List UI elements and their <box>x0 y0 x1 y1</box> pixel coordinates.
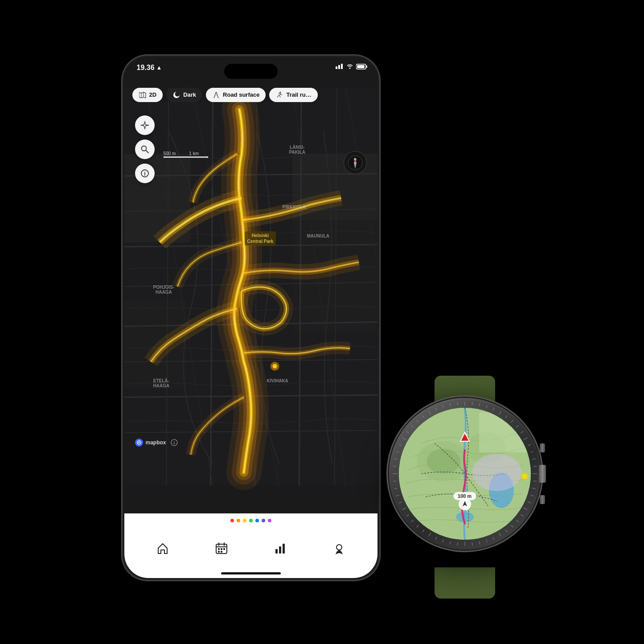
svg-line-104 <box>394 488 397 488</box>
svg-line-83 <box>516 520 518 522</box>
location-icon: ▲ <box>156 64 162 71</box>
watch-map-svg <box>399 408 531 540</box>
svg-line-97 <box>422 529 424 532</box>
svg-point-60 <box>336 545 342 550</box>
dot-red <box>230 519 234 522</box>
svg-rect-58 <box>279 546 281 554</box>
svg-line-111 <box>402 438 406 440</box>
filter-road-label: Road surface <box>223 91 259 98</box>
dot-yellow <box>243 519 246 522</box>
svg-line-72 <box>528 444 530 446</box>
map-label-etela: ETELÄ-HAAGA <box>153 378 170 388</box>
tab-calendar[interactable] <box>215 542 228 554</box>
info-button[interactable]: i <box>135 164 155 183</box>
svg-line-64 <box>486 405 487 408</box>
dot-green <box>249 519 253 522</box>
svg-point-35 <box>141 146 146 151</box>
svg-rect-5 <box>366 66 367 68</box>
dot-purple <box>268 519 271 522</box>
svg-line-71 <box>523 438 527 440</box>
svg-line-108 <box>394 459 397 459</box>
wifi-icon <box>346 64 353 69</box>
signal-icon <box>336 64 344 69</box>
svg-line-36 <box>146 151 148 153</box>
svg-rect-1 <box>338 65 340 69</box>
svg-line-62 <box>472 402 472 405</box>
svg-line-98 <box>416 525 418 527</box>
svg-line-100 <box>406 514 409 516</box>
svg-line-114 <box>416 420 418 422</box>
svg-line-69 <box>516 425 518 427</box>
bottom-bar <box>124 513 377 578</box>
svg-line-105 <box>393 481 396 481</box>
mapbox-logo: mapbox i <box>135 439 178 447</box>
filter-trail[interactable]: Trail ru… <box>269 88 317 102</box>
tab-location[interactable] <box>333 542 345 554</box>
svg-line-115 <box>422 415 424 418</box>
page-dots <box>124 513 377 524</box>
svg-line-93 <box>450 541 450 544</box>
svg-point-130 <box>472 454 521 491</box>
svg-rect-52 <box>218 548 220 550</box>
svg-line-92 <box>457 542 458 546</box>
svg-line-68 <box>511 420 513 422</box>
svg-marker-131 <box>463 501 467 506</box>
svg-point-45 <box>138 442 139 443</box>
svg-text:N: N <box>354 157 357 161</box>
filter-road[interactable]: Road surface <box>206 88 266 102</box>
svg-line-63 <box>479 403 480 406</box>
svg-line-79 <box>530 495 533 496</box>
battery-icon <box>356 64 368 70</box>
tab-home[interactable] <box>156 542 169 554</box>
watch-yellow-dot <box>522 474 527 479</box>
filter-2d[interactable]: 2D <box>132 88 163 102</box>
map-filters: 2D Dark <box>132 88 369 102</box>
compass[interactable]: N <box>344 151 367 174</box>
runner-icon <box>275 91 283 99</box>
watch-body: 100 m <box>389 398 541 550</box>
dot-blue <box>255 519 259 522</box>
scene: 19.36 ▲ <box>122 55 523 590</box>
svg-point-30 <box>272 364 277 368</box>
map-label-kivihaka: KIVIHAKA <box>267 378 288 383</box>
filter-dark[interactable]: Dark <box>166 88 202 102</box>
location-button[interactable] <box>135 115 155 135</box>
map-label-pohjois: POHJOIS-HAAGA <box>153 285 175 295</box>
svg-line-96 <box>429 532 431 536</box>
svg-line-103 <box>396 495 399 496</box>
svg-line-118 <box>442 405 443 408</box>
tab-bar <box>124 524 377 569</box>
svg-point-32 <box>175 91 180 96</box>
svg-rect-6 <box>357 65 365 68</box>
svg-line-77 <box>533 481 537 481</box>
road-icon <box>212 91 220 99</box>
watch-crown[interactable] <box>539 465 546 483</box>
svg-line-74 <box>532 459 535 459</box>
svg-line-75 <box>533 466 537 467</box>
svg-line-102 <box>399 502 402 503</box>
scale-bar: 500 m 1 km <box>164 151 208 158</box>
tab-stats[interactable] <box>274 542 287 554</box>
svg-line-110 <box>399 444 402 446</box>
svg-line-73 <box>530 451 533 452</box>
home-indicator <box>221 572 281 574</box>
watch-band-bottom <box>435 567 495 599</box>
smartwatch: 100 m <box>371 376 558 599</box>
dot-indigo <box>262 519 265 522</box>
svg-rect-56 <box>221 551 222 553</box>
search-button[interactable] <box>135 139 155 159</box>
svg-line-65 <box>493 408 494 410</box>
watch-button-top[interactable] <box>540 443 545 452</box>
phone: 19.36 ▲ <box>122 55 380 581</box>
moon-icon <box>172 91 180 99</box>
svg-rect-2 <box>341 64 343 69</box>
map-area: 2D Dark <box>124 57 377 516</box>
svg-line-107 <box>393 466 396 467</box>
status-icons <box>336 64 368 70</box>
svg-line-90 <box>472 542 472 546</box>
svg-line-116 <box>429 411 431 415</box>
watch-button-bottom[interactable] <box>540 495 545 504</box>
svg-line-120 <box>457 402 458 405</box>
svg-line-84 <box>511 525 513 527</box>
filter-2d-label: 2D <box>149 91 157 98</box>
